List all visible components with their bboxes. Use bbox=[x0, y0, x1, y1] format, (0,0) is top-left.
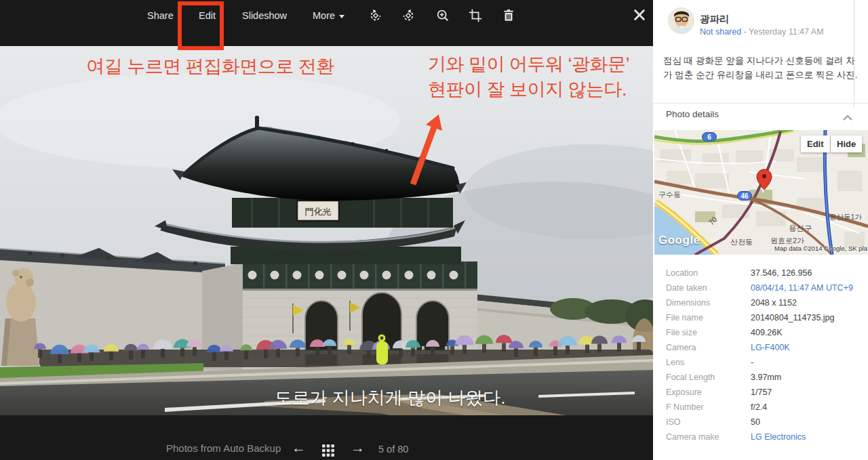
location-map[interactable]: 6 46 70 구수동 산천동 원효로2가 용산구 용산동1가 Google M… bbox=[654, 130, 868, 255]
grid-view-icon[interactable] bbox=[321, 443, 336, 458]
table-row: File name20140804_114735.jpg bbox=[666, 313, 856, 322]
route-badge-46: 46 bbox=[737, 191, 752, 201]
detail-label: Exposure bbox=[666, 388, 751, 397]
crop-icon[interactable] bbox=[468, 8, 483, 23]
photo-details-title: Photo details bbox=[666, 109, 719, 119]
table-row: F Numberf/2.4 bbox=[666, 402, 856, 412]
zoom-icon[interactable] bbox=[435, 8, 450, 23]
user-name[interactable]: 광파리 bbox=[700, 13, 730, 26]
more-label: More bbox=[313, 10, 335, 21]
share-button[interactable]: Share bbox=[147, 7, 174, 24]
map-label-sancheondong: 산천동 bbox=[730, 237, 753, 247]
detail-value: 37.546, 126.956 bbox=[751, 268, 854, 278]
annotation-road: 도로가 지나치게 많이 나왔다. bbox=[203, 386, 576, 410]
detail-value-link[interactable]: 08/04/14, 11:47 AM UTC+9 bbox=[751, 283, 854, 293]
map-hide-button[interactable]: Hide bbox=[831, 135, 862, 152]
photo-viewer-app: Share Edit Slideshow More bbox=[0, 0, 868, 460]
detail-label: Focal Length bbox=[666, 373, 751, 382]
avatar[interactable] bbox=[668, 7, 694, 34]
table-row: Lens- bbox=[666, 358, 856, 367]
scrollbar-track[interactable] bbox=[854, 0, 854, 107]
detail-label: Date taken bbox=[666, 283, 751, 293]
detail-label: Lens bbox=[666, 358, 751, 367]
next-photo-arrow-icon[interactable]: → bbox=[351, 440, 365, 456]
collapse-chevron-up-icon[interactable] bbox=[843, 111, 852, 117]
chevron-down-icon bbox=[339, 15, 344, 18]
table-row: Location37.546, 126.956 bbox=[666, 268, 856, 278]
detail-value-link[interactable]: LG Electronics bbox=[751, 432, 854, 442]
table-row: Exposure1/757 bbox=[666, 388, 856, 397]
table-row: ISO50 bbox=[666, 417, 856, 427]
detail-value: 2048 x 1152 bbox=[751, 298, 854, 308]
status-separator: - bbox=[744, 27, 747, 37]
detail-value: 20140804_114735.jpg bbox=[751, 313, 854, 322]
detail-value-link[interactable]: LG-F400K bbox=[751, 343, 854, 352]
more-button[interactable]: More bbox=[313, 7, 344, 24]
detail-label: File size bbox=[666, 328, 751, 337]
share-status-link[interactable]: Not shared bbox=[700, 27, 741, 37]
route-badge-6: 6 bbox=[702, 132, 717, 142]
detail-label: File name bbox=[666, 313, 751, 322]
detail-value: 50 bbox=[751, 417, 854, 427]
detail-label: Camera make bbox=[666, 432, 751, 442]
table-row: File size409.26K bbox=[666, 328, 856, 337]
exif-details-table: Location37.546, 126.956 Date taken08/04/… bbox=[666, 268, 856, 447]
photo-counter: 5 of 80 bbox=[378, 444, 408, 455]
annotation-plaque-line2: 현판이 잘 보이지 않는다. bbox=[428, 77, 627, 102]
detail-label: Location bbox=[666, 268, 751, 278]
edit-button[interactable]: Edit bbox=[199, 7, 216, 24]
trash-icon[interactable] bbox=[501, 8, 516, 23]
detail-label: Camera bbox=[666, 343, 751, 352]
detail-value: 3.97mm bbox=[751, 373, 854, 382]
map-edit-button[interactable]: Edit bbox=[801, 135, 830, 152]
slideshow-button[interactable]: Slideshow bbox=[242, 7, 287, 24]
detail-label: Dimensions bbox=[666, 298, 751, 308]
map-label-yongsangu: 용산구 bbox=[789, 224, 812, 234]
previous-photo-arrow-icon[interactable]: ← bbox=[292, 440, 306, 456]
photo-description: 점심 때 광화문 앞을 지나다가 신호등에 걸려 차가 멈춘 순간 유리창을 내… bbox=[663, 54, 859, 82]
close-icon[interactable] bbox=[632, 7, 647, 22]
map-label-gusudong: 구수동 bbox=[658, 190, 681, 200]
table-row: Date taken08/04/14, 11:47 AM UTC+9 bbox=[666, 283, 856, 293]
rotate-right-icon[interactable] bbox=[401, 8, 416, 23]
table-row: Camera makeLG Electronics bbox=[666, 432, 856, 442]
photo-timestamp: Yesterday 11:47 AM bbox=[749, 27, 824, 37]
photo-viewer-image: 門化光 bbox=[0, 46, 653, 415]
info-sidebar: 광파리 Not shared - Yesterday 11:47 AM 점심 때… bbox=[653, 0, 868, 460]
detail-value: - bbox=[751, 358, 854, 367]
rotate-left-icon[interactable] bbox=[368, 8, 383, 23]
map-label-yongsandong1ga: 용산동1가 bbox=[829, 213, 862, 222]
google-logo: Google bbox=[658, 234, 701, 247]
detail-value: 409.26K bbox=[751, 328, 854, 337]
section-divider bbox=[653, 103, 868, 104]
annotation-plaque-line1: 기와 밑이 어두워 ‘광화문’ bbox=[428, 52, 629, 77]
detail-value: 1/757 bbox=[751, 388, 854, 397]
bottom-bar: Photos from Auto Backup ← → 5 of 80 bbox=[0, 415, 653, 460]
map-attribution: Map data ©2014 Google, SK pla bbox=[774, 245, 867, 252]
table-row: Dimensions2048 x 1152 bbox=[666, 298, 856, 308]
detail-value: f/2.4 bbox=[751, 402, 854, 412]
gate-plaque-text: 門化光 bbox=[305, 207, 332, 217]
detail-label: F Number bbox=[666, 402, 751, 412]
annotation-edit-hint: 여길 누르면 편집화면으로 전환 bbox=[27, 54, 393, 79]
top-toolbar: Share Edit Slideshow More bbox=[0, 0, 653, 46]
table-row: Focal Length3.97mm bbox=[666, 373, 856, 382]
detail-label: ISO bbox=[666, 417, 751, 427]
table-row: CameraLG-F400K bbox=[666, 343, 856, 352]
album-link[interactable]: Photos from Auto Backup bbox=[166, 442, 281, 454]
share-status-line: Not shared - Yesterday 11:47 AM bbox=[700, 27, 824, 37]
